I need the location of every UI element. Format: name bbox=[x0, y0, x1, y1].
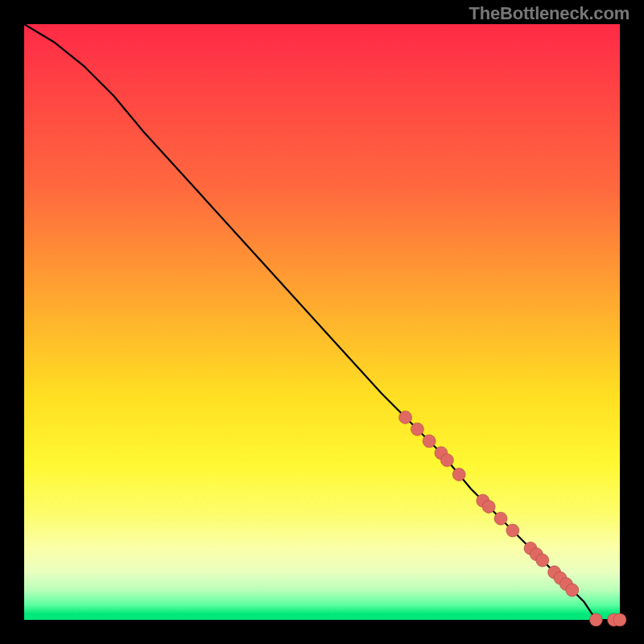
data-point bbox=[399, 411, 412, 423]
watermark-text: TheBottleneck.com bbox=[469, 3, 630, 24]
trend-line bbox=[24, 24, 620, 620]
data-point bbox=[536, 554, 549, 567]
data-point bbox=[506, 524, 519, 537]
data-point bbox=[423, 435, 436, 448]
data-point bbox=[566, 584, 579, 597]
data-point bbox=[452, 468, 465, 481]
data-point bbox=[589, 613, 602, 626]
data-point bbox=[440, 454, 453, 467]
data-point bbox=[411, 423, 423, 436]
data-points-group bbox=[399, 411, 626, 626]
data-point bbox=[494, 512, 507, 525]
plot-area bbox=[24, 24, 620, 620]
chart-frame: TheBottleneck.com bbox=[0, 0, 644, 644]
data-point bbox=[613, 613, 626, 626]
data-point bbox=[482, 500, 495, 513]
chart-svg bbox=[24, 24, 620, 620]
